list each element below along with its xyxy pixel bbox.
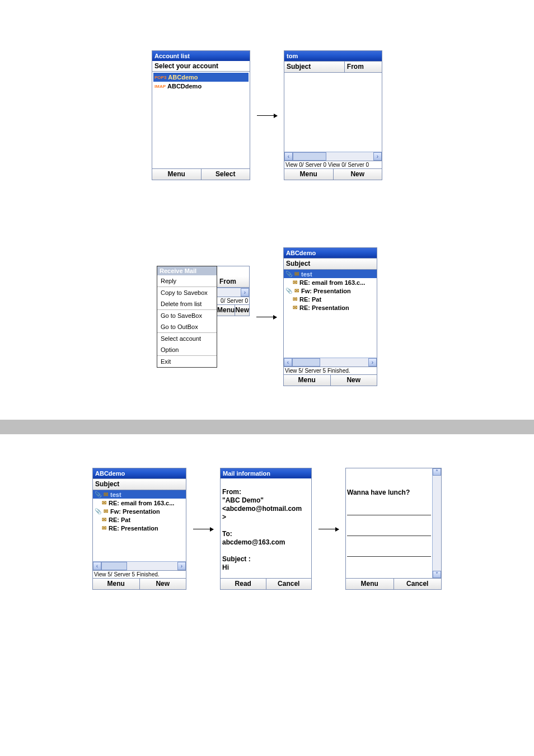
softkey-menu[interactable]: Menu bbox=[217, 305, 235, 316]
softkeys: Menu New bbox=[217, 304, 249, 316]
status-fragment: 0/ Server 0 bbox=[217, 297, 249, 304]
column-subject[interactable]: Subject bbox=[93, 479, 186, 490]
menu-item-copy-savebox[interactable]: Copy to Savebox bbox=[157, 287, 217, 298]
softkeys: Read Cancel bbox=[221, 578, 311, 589]
section-divider bbox=[0, 420, 534, 434]
status-line: View 5/ Server 5 Finished. bbox=[284, 367, 377, 374]
row-3: ABCdemo Subject 📎 ✉ test ✉ RE: email fro… bbox=[0, 468, 534, 590]
softkey-cancel[interactable]: Cancel bbox=[394, 579, 442, 589]
mail-icon: ✉ bbox=[293, 288, 300, 294]
scroll-right-icon[interactable]: › bbox=[373, 152, 382, 161]
mail-icon: ✉ bbox=[101, 500, 107, 506]
scroll-left-icon[interactable]: ‹ bbox=[284, 152, 293, 161]
horizontal-scrollbar[interactable]: ‹ › bbox=[93, 561, 186, 570]
mail-row[interactable]: 📎 ✉ Fw: Presentation bbox=[284, 287, 377, 295]
softkey-new[interactable]: New bbox=[139, 579, 186, 589]
mail-row[interactable]: ✉ RE: Presentation bbox=[284, 303, 377, 312]
menu-item-select-account[interactable]: Select account bbox=[157, 333, 217, 344]
arrow-icon bbox=[256, 317, 277, 317]
table-header-partial: From bbox=[217, 276, 249, 288]
context-menu: Receive Mail Reply Copy to Savebox Delet… bbox=[157, 266, 217, 368]
window-inbox-tom: tom Subject From ‹ › View 0/ Server 0 Vi… bbox=[284, 50, 382, 180]
column-subject[interactable]: Subject bbox=[284, 259, 377, 269]
softkey-new[interactable]: New bbox=[333, 169, 382, 180]
menu-item-reply[interactable]: Reply bbox=[157, 275, 217, 287]
scrollbar-thumb[interactable] bbox=[101, 562, 127, 570]
menu-item-option[interactable]: Option bbox=[157, 344, 217, 355]
mail-row[interactable]: ✉ RE: email from 163.c... bbox=[284, 278, 377, 287]
scroll-right-icon[interactable]: › bbox=[241, 288, 249, 297]
softkey-read[interactable]: Read bbox=[221, 579, 266, 589]
account-protocol-tag: POP3 bbox=[154, 75, 166, 80]
menu-item-exit[interactable]: Exit bbox=[157, 356, 217, 367]
subhead-select-account: Select your account bbox=[152, 61, 250, 72]
label-subject: Subject : bbox=[222, 555, 251, 563]
mail-icon: ✉ bbox=[292, 304, 298, 311]
mail-row[interactable]: 📎 ✉ test bbox=[284, 270, 377, 278]
mail-subject: Fw: Presentation bbox=[110, 508, 160, 515]
scroll-right-icon[interactable]: › bbox=[368, 358, 377, 367]
mail-row[interactable]: ✉ RE: Pat bbox=[284, 295, 377, 303]
account-list-body: POP3 ABCdemo IMAP ABCDdemo bbox=[152, 72, 250, 168]
scrollbar-thumb[interactable] bbox=[292, 358, 320, 367]
attachment-icon: 📎 bbox=[95, 508, 101, 514]
horizontal-scrollbar[interactable]: ‹ › bbox=[284, 358, 377, 367]
row-1: Account list Select your account POP3 AB… bbox=[0, 50, 534, 180]
menu-item-go-outbox[interactable]: Go to OutBox bbox=[157, 321, 217, 332]
column-subject[interactable]: Subject bbox=[284, 62, 345, 72]
column-from[interactable]: From bbox=[217, 276, 249, 287]
menu-item-delete[interactable]: Delete from list bbox=[157, 298, 217, 309]
softkey-menu[interactable]: Menu bbox=[93, 579, 139, 589]
softkeys: Menu New bbox=[284, 168, 382, 180]
softkey-menu[interactable]: Menu bbox=[346, 579, 394, 589]
softkey-new[interactable]: New bbox=[235, 305, 249, 316]
menu-title: Receive Mail bbox=[157, 266, 217, 275]
mail-row[interactable]: 📎 ✉ Fw: Presentation bbox=[93, 507, 186, 515]
text-line bbox=[347, 528, 431, 536]
softkeys: Menu Cancel bbox=[346, 578, 441, 589]
softkey-menu[interactable]: Menu bbox=[284, 169, 333, 180]
mail-line: Wanna have lunch? bbox=[347, 489, 431, 496]
mail-body-text[interactable]: Wanna have lunch? — No masks required! U… bbox=[346, 468, 432, 578]
inbox-list: 📎 ✉ test ✉ RE: email from 163.c... 📎 ✉ F… bbox=[93, 490, 186, 561]
account-item[interactable]: IMAP ABCDdemo bbox=[153, 82, 249, 91]
value-subject: Hi bbox=[222, 564, 229, 571]
table-header: Subject bbox=[93, 478, 186, 490]
titlebar-inbox-abcdemo: ABCdemo bbox=[284, 248, 377, 258]
account-item[interactable]: POP3 ABCdemo bbox=[153, 73, 249, 82]
mail-row[interactable]: ✉ RE: email from 163.c... bbox=[93, 499, 186, 507]
mail-icon: ✉ bbox=[101, 516, 107, 523]
vertical-scrollbar[interactable]: ˄ ˅ bbox=[432, 468, 441, 578]
scroll-down-icon[interactable]: ˅ bbox=[433, 571, 441, 578]
softkey-menu[interactable]: Menu bbox=[284, 375, 330, 386]
softkey-cancel[interactable]: Cancel bbox=[266, 579, 312, 589]
softkey-select[interactable]: Select bbox=[201, 169, 250, 180]
mail-row[interactable]: 📎 ✉ test bbox=[93, 490, 186, 499]
scroll-left-icon[interactable]: ‹ bbox=[93, 562, 101, 570]
scrollbar-thumb[interactable] bbox=[293, 152, 326, 161]
scroll-right-icon[interactable]: › bbox=[177, 562, 186, 570]
mail-subject: RE: Presentation bbox=[109, 525, 158, 532]
softkey-new[interactable]: New bbox=[330, 375, 377, 386]
mail-subject: test bbox=[110, 491, 121, 498]
table-header: Subject From bbox=[284, 61, 382, 73]
mail-subject: RE: Presentation bbox=[299, 304, 349, 311]
scroll-left-icon[interactable]: ‹ bbox=[284, 358, 292, 367]
window-inbox-partial: From › 0/ Server 0 Menu New bbox=[217, 266, 250, 316]
inbox-list-empty bbox=[284, 73, 382, 152]
column-from[interactable]: From bbox=[345, 62, 382, 72]
value-from-addr: <abcdemo@hotmail.com bbox=[222, 505, 302, 513]
mail-row[interactable]: ✉ RE: Pat bbox=[93, 515, 186, 524]
mail-row[interactable]: ✉ RE: Presentation bbox=[93, 524, 186, 532]
text-line bbox=[347, 548, 431, 557]
window-account-list: Account list Select your account POP3 AB… bbox=[152, 50, 250, 180]
inbox-list: 📎 ✉ test ✉ RE: email from 163.c... 📎 ✉ F… bbox=[284, 270, 377, 358]
menu-item-go-savebox[interactable]: Go to SaveBox bbox=[157, 310, 217, 321]
softkey-menu[interactable]: Menu bbox=[152, 169, 201, 180]
mail-icon: ✉ bbox=[293, 271, 300, 277]
horizontal-scrollbar[interactable]: › bbox=[217, 288, 249, 297]
mail-subject: RE: email from 163.c... bbox=[299, 279, 365, 286]
attachment-icon: 📎 bbox=[95, 491, 101, 497]
scroll-up-icon[interactable]: ˄ bbox=[433, 468, 441, 476]
horizontal-scrollbar[interactable]: ‹ › bbox=[284, 152, 382, 161]
